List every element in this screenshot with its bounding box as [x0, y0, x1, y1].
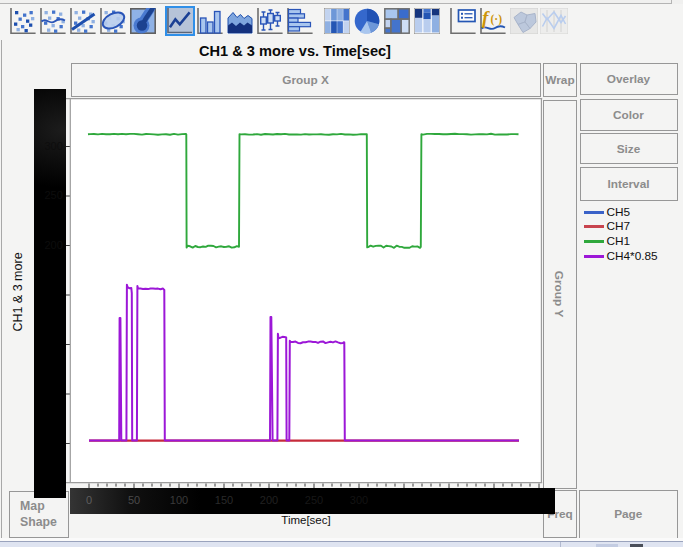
svg-text:f: f	[482, 8, 490, 28]
svg-text:(·): (·)	[491, 13, 503, 26]
